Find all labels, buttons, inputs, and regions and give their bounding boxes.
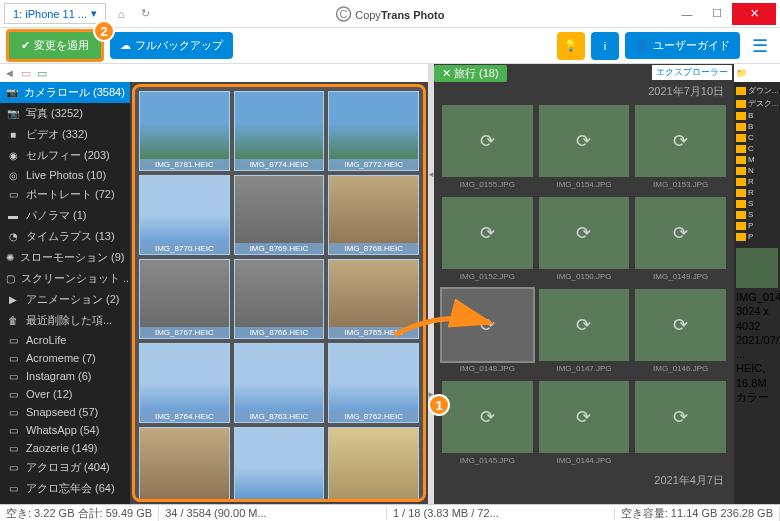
photo-thumbnail[interactable]: IMG_8781.HEIC (139, 91, 230, 171)
tip-button[interactable]: 💡 (557, 32, 585, 60)
thumbnail-label: IMG_8768.HEIC (329, 243, 418, 254)
thumbnail-grid[interactable]: IMG_8781.HEICIMG_8774.HEICIMG_8772.HEICI… (132, 84, 426, 502)
pc-photo-thumbnail[interactable]: ⟳IMG_0154.JPG (539, 105, 630, 177)
pc-photo-thumbnail[interactable]: ⟳ (635, 381, 726, 453)
tree-item[interactable]: C (736, 132, 778, 143)
sidebar-item[interactable]: ✺スローモーション (9) (0, 247, 130, 268)
album-type-icon: ▭ (6, 425, 20, 436)
thumbnail-label: IMG_8772.HEIC (329, 159, 418, 170)
explorer-label[interactable]: エクスプローラー (652, 65, 732, 80)
device-selector[interactable]: 1: iPhone 11 ... ▾ (4, 3, 106, 24)
pc-photo-thumbnail[interactable]: ⟳IMG_0150.JPG (539, 197, 630, 269)
close-button[interactable]: ✕ (732, 3, 776, 25)
sidebar-item[interactable]: ▢スクリーンショット ... (0, 268, 130, 289)
tree-item[interactable]: P (736, 220, 778, 231)
tree-item[interactable]: R (736, 176, 778, 187)
sidebar-item[interactable]: ▭アクロ忘年会 (64) (0, 478, 130, 499)
sidebar-item[interactable]: ▭アクロヨガ (404) (0, 457, 130, 478)
hamburger-menu[interactable]: ☰ (746, 35, 774, 57)
sidebar-item[interactable]: ▭AcroLife (0, 331, 130, 349)
sync-icon: ⟳ (673, 406, 688, 428)
photo-thumbnail[interactable]: IMG_8770.HEIC (139, 175, 230, 255)
back-icon[interactable]: ◄ (4, 67, 15, 79)
pc-photo-thumbnail[interactable]: ⟳IMG_0149.JPG (635, 197, 726, 269)
photo-thumbnail[interactable]: IMG_8772.HEIC (328, 91, 419, 171)
photo-thumbnail[interactable]: IMG_8764.HEIC (139, 343, 230, 423)
full-backup-button[interactable]: ☁ フルバックアップ (110, 32, 233, 59)
check-icon: ✔ (21, 39, 30, 52)
file-info: IMG_0148.J 3024 x 4032 2021/07/10 ... HE… (734, 244, 780, 408)
sidebar-item[interactable]: ▭Zaozerie (149) (0, 439, 130, 457)
folder-icon[interactable]: 📁 (736, 68, 747, 78)
sidebar-item[interactable]: 🗑最近削除した項... (0, 310, 130, 331)
photo-thumbnail[interactable]: IMG_8762.HEIC (328, 343, 419, 423)
sidebar-item[interactable]: ◉セルフィー (203) (0, 145, 130, 166)
folder-icon (736, 156, 746, 164)
tree-item[interactable]: B (736, 121, 778, 132)
sidebar-item[interactable]: ■ビデオ (332) (0, 124, 130, 145)
sidebar-item[interactable]: ▭Acromeme (7) (0, 349, 130, 367)
folder-icon (736, 100, 746, 108)
refresh-icon[interactable]: ↻ (136, 5, 154, 23)
pc-photo-thumbnail[interactable]: ⟳IMG_0153.JPG (635, 105, 726, 177)
pc-photo-thumbnail[interactable]: ⟳IMG_0144.JPG (539, 381, 630, 453)
sidebar-item[interactable]: ◔タイムラプス (13) (0, 226, 130, 247)
sidebar-item[interactable]: 📷カメラロール (3584) (0, 82, 130, 103)
photo-thumbnail[interactable] (139, 427, 230, 502)
folder-icon (736, 145, 746, 153)
device-name: 1: iPhone 11 ... (13, 8, 87, 20)
sidebar-item[interactable]: ▶アニメーション (2) (0, 289, 130, 310)
home-icon[interactable]: ⌂ (112, 5, 130, 23)
pc-photo-thumbnail[interactable]: ⟳IMG_0152.JPG (442, 197, 533, 269)
tree-item[interactable]: M (736, 154, 778, 165)
album-icon[interactable]: ▭ (21, 67, 31, 80)
minimize-button[interactable]: — (672, 3, 702, 25)
sidebar-item[interactable]: 📷写真 (3252) (0, 103, 130, 124)
photo-thumbnail[interactable]: IMG_8768.HEIC (328, 175, 419, 255)
album-type-icon: ▭ (6, 483, 20, 494)
tree-item[interactable]: P (736, 231, 778, 242)
album-type-icon: 📷 (6, 108, 20, 119)
pc-photo-thumbnail[interactable]: ⟳IMG_0155.JPG (442, 105, 533, 177)
tree-item[interactable]: S (736, 209, 778, 220)
album-type-icon: ▭ (6, 407, 20, 418)
info-button[interactable]: i (591, 32, 619, 60)
pc-photo-thumbnail[interactable]: ⟳IMG_0147.JPG (539, 289, 630, 361)
pc-thumbnail-grid[interactable]: ⟳IMG_0155.JPG⟳IMG_0154.JPG⟳IMG_0153.JPG⟳… (434, 101, 734, 471)
photo-thumbnail[interactable]: IMG_8766.HEIC (234, 259, 325, 339)
maximize-button[interactable]: ☐ (702, 3, 732, 25)
photo-thumbnail[interactable] (234, 427, 325, 502)
photo-thumbnail[interactable] (328, 427, 419, 502)
sidebar-item[interactable]: ▭Over (12) (0, 385, 130, 403)
tree-item[interactable]: S (736, 198, 778, 209)
thumbnail-label: IMG_0154.JPG (539, 180, 630, 189)
tree-item[interactable]: デスク... (736, 97, 778, 110)
folder-tab[interactable]: ✕ 旅行 (18) (434, 65, 507, 82)
pc-photo-thumbnail[interactable]: ⟳IMG_0148.JPG (442, 289, 533, 361)
tree-item[interactable]: B (736, 110, 778, 121)
chevron-down-icon: ▾ (91, 7, 97, 20)
thumbnail-label: IMG_0150.JPG (539, 272, 630, 281)
thumbnail-label: IMG_0145.JPG (442, 456, 533, 465)
photo-thumbnail[interactable]: IMG_8774.HEIC (234, 91, 325, 171)
sidebar-item[interactable]: ▭WhatsApp (54) (0, 421, 130, 439)
apply-changes-button[interactable]: ✔ 変更を適用 2 (6, 29, 104, 62)
photo-thumbnail[interactable]: IMG_8765.HEIC (328, 259, 419, 339)
tree-item[interactable]: R (736, 187, 778, 198)
sidebar-item[interactable]: ▭ポートレート (72) (0, 184, 130, 205)
tree-item[interactable]: C (736, 143, 778, 154)
folder-tree[interactable]: 📁 ダウン...デスク...BBCCMNRRSSPP IMG_0148.J 30… (734, 64, 780, 504)
sidebar-item[interactable]: ▭Instagram (6) (0, 367, 130, 385)
sidebar-item[interactable]: ▭Snapseed (57) (0, 403, 130, 421)
photo-thumbnail[interactable]: IMG_8769.HEIC (234, 175, 325, 255)
add-album-icon[interactable]: ▭ (37, 67, 47, 80)
user-guide-button[interactable]: 👤 ユーザーガイド (625, 32, 740, 59)
tree-item[interactable]: N (736, 165, 778, 176)
photo-thumbnail[interactable]: IMG_8767.HEIC (139, 259, 230, 339)
photo-thumbnail[interactable]: IMG_8763.HEIC (234, 343, 325, 423)
tree-item[interactable]: ダウン... (736, 84, 778, 97)
sidebar-item[interactable]: ◎Live Photos (10) (0, 166, 130, 184)
sidebar-item[interactable]: ▬パノラマ (1) (0, 205, 130, 226)
pc-photo-thumbnail[interactable]: ⟳IMG_0146.JPG (635, 289, 726, 361)
pc-photo-thumbnail[interactable]: ⟳IMG_0145.JPG (442, 381, 533, 453)
